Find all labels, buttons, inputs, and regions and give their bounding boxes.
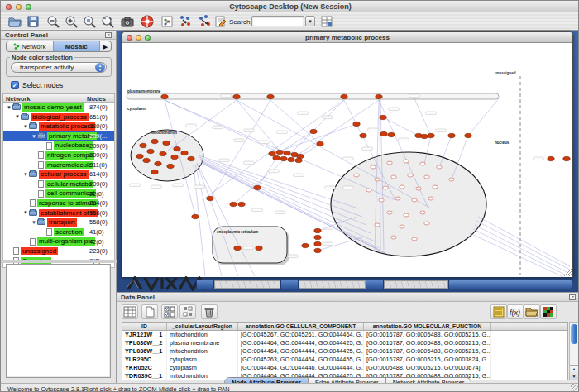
graph-node[interactable]: [388, 132, 395, 136]
tree-expand-arrow-icon[interactable]: ▼: [14, 114, 21, 119]
layout-all-nodes-icon[interactable]: [198, 14, 213, 29]
graph-node-small[interactable]: [387, 211, 392, 214]
network-window-titlebar[interactable]: primary metabolic process: [122, 32, 572, 43]
graph-node[interactable]: [421, 134, 428, 138]
search-dropdown-icon[interactable]: ▼: [305, 16, 315, 26]
tree-expand-arrow-icon[interactable]: ▼: [22, 124, 29, 129]
background-window-titlebar[interactable]: [299, 280, 366, 289]
graph-node-small[interactable]: [428, 197, 433, 200]
tree-row[interactable]: secretion41(0): [3, 227, 114, 237]
tree-expand-arrow-icon[interactable]: ▼: [22, 210, 29, 215]
search-input[interactable]: [251, 16, 304, 26]
background-window-tab[interactable]: [196, 280, 214, 289]
graph-node-small[interactable]: [371, 165, 376, 169]
graph-node-small[interactable]: [366, 189, 371, 192]
zoom-fit-icon[interactable]: [100, 14, 115, 29]
background-window-titlebar[interactable]: [384, 280, 448, 289]
graph-node[interactable]: [302, 243, 309, 247]
background-window-titlebar-selected[interactable]: [448, 280, 572, 289]
combobox-stepper-icon[interactable]: ▲▼: [95, 63, 105, 72]
graph-node[interactable]: [563, 156, 570, 160]
graph-node[interactable]: [314, 228, 321, 232]
graph-node[interactable]: [171, 155, 178, 159]
graph-node[interactable]: [161, 94, 168, 98]
tree-row[interactable]: ▼mosaic-demo-yeast874(0): [3, 103, 114, 112]
graph-node[interactable]: [151, 170, 158, 174]
tree-row[interactable]: cell communicat22(0): [3, 189, 114, 198]
tree-expand-arrow-icon[interactable]: ▼: [6, 105, 12, 110]
canvas-resize-grip-icon[interactable]: [564, 269, 572, 276]
tab-network[interactable]: Network: [7, 41, 54, 51]
table-row[interactable]: YLR295Ccytoplasm[GO:0045263, GO:0044464,…: [122, 356, 567, 364]
float-panel-icon[interactable]: ↗: [569, 294, 576, 300]
graph-node[interactable]: [256, 246, 262, 250]
graph-node[interactable]: [428, 133, 434, 137]
select-attributes-icon[interactable]: [161, 304, 178, 319]
birdseye-view[interactable]: [6, 264, 111, 378]
endoplasmic-reticulum-region[interactable]: endoplasmic reticulum: [213, 227, 290, 265]
float-panel-icon[interactable]: ↗: [105, 32, 112, 38]
table-scrollbar[interactable]: ▲▼: [569, 322, 579, 380]
graph-node[interactable]: [314, 241, 321, 246]
column-header[interactable]: annotation.GO MOLECULAR_FUNCTION: [364, 323, 491, 330]
column-header[interactable]: _cellularLayoutRegion: [167, 323, 238, 330]
graph-node-small[interactable]: [400, 185, 404, 189]
graph-node-small[interactable]: [383, 186, 388, 189]
graph-node[interactable]: [147, 149, 154, 153]
formula-fx-icon[interactable]: f(x): [507, 304, 524, 319]
snapshot-camera-icon[interactable]: [120, 14, 135, 29]
import-table-icon[interactable]: [319, 14, 334, 29]
tree-row[interactable]: multi-organism pro42(0): [3, 237, 114, 246]
graph-node[interactable]: [548, 156, 554, 160]
tree-row[interactable]: unassigned223(0): [3, 246, 114, 256]
zoom-selected-icon[interactable]: [82, 14, 97, 29]
tree-row[interactable]: ▼biological_process651(0): [3, 112, 114, 122]
help-lifesaver-icon[interactable]: [140, 14, 155, 29]
scrollbar-thumb[interactable]: [571, 324, 577, 344]
graph-node-small[interactable]: [379, 198, 384, 202]
graph-node[interactable]: [288, 157, 294, 161]
graph-node-small[interactable]: [404, 160, 409, 163]
graph-node[interactable]: [254, 185, 261, 189]
attribute-matrix-icon[interactable]: [122, 304, 138, 319]
graph-node[interactable]: [230, 202, 237, 206]
graph-node[interactable]: [163, 141, 170, 145]
graph-node[interactable]: [269, 151, 275, 155]
graph-node[interactable]: [276, 150, 283, 154]
tabs-overflow-arrow-icon[interactable]: ▶: [100, 41, 111, 51]
graph-node[interactable]: [295, 158, 302, 162]
panel-splitter[interactable]: [1, 260, 117, 263]
graph-node[interactable]: [207, 196, 213, 200]
zoom-in-icon[interactable]: [64, 14, 79, 29]
tree-header-network[interactable]: Network: [3, 94, 84, 102]
graph-node-small[interactable]: [433, 185, 438, 189]
graph-node[interactable]: [151, 139, 158, 143]
graph-node-small[interactable]: [416, 187, 421, 190]
tree-expand-arrow-icon[interactable]: ▼: [31, 220, 37, 225]
graph-node-small[interactable]: [424, 222, 429, 225]
zoom-out-icon[interactable]: [45, 14, 60, 29]
graph-node[interactable]: [314, 248, 321, 252]
graph-node-small[interactable]: [391, 236, 396, 239]
node-color-combobox[interactable]: transporter activity ▲▼: [11, 62, 107, 73]
graph-node[interactable]: [341, 94, 347, 98]
graph-node[interactable]: [155, 161, 161, 165]
tree-row[interactable]: ▼establishment of lo558(0): [3, 208, 114, 218]
graph-node[interactable]: [310, 129, 317, 133]
graph-node[interactable]: [448, 133, 455, 137]
annotation-icon[interactable]: [213, 14, 227, 29]
tree-expand-arrow-icon[interactable]: ▼: [22, 172, 29, 177]
graph-node[interactable]: [376, 94, 382, 98]
background-window-titlebar[interactable]: [214, 280, 280, 289]
graph-node-small[interactable]: [400, 225, 404, 228]
layout-selected-nodes-icon[interactable]: [178, 14, 193, 29]
select-nodes-checkbox[interactable]: ✓: [11, 81, 19, 89]
table-row[interactable]: YJR121W__1mitochondrion[GO:0045267, GO:0…: [122, 331, 567, 339]
table-row[interactable]: YPL036W__2plasma membrane[GO:0044464, GO…: [122, 339, 567, 347]
background-window-tab[interactable]: [366, 280, 384, 289]
tab-mosaic[interactable]: Mosaic: [54, 41, 101, 51]
graph-node[interactable]: [233, 94, 240, 98]
tree-row[interactable]: nitrogen compo209(0): [3, 151, 114, 160]
graph-node[interactable]: [192, 214, 199, 218]
graph-node[interactable]: [380, 115, 386, 119]
